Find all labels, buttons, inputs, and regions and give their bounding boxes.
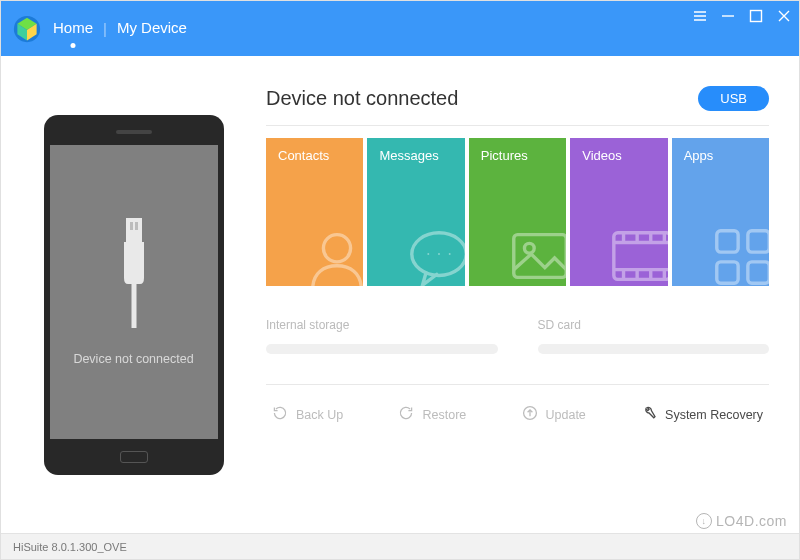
storage-sd-bar <box>538 344 770 354</box>
tile-apps[interactable]: Apps <box>672 138 769 286</box>
contacts-icon <box>303 223 363 286</box>
tile-contacts[interactable]: Contacts <box>266 138 363 286</box>
pictures-icon <box>506 223 566 286</box>
nav-home[interactable]: Home <box>53 19 93 38</box>
storage-sd-label: SD card <box>538 318 770 332</box>
maximize-button[interactable] <box>749 9 763 23</box>
phone-status-text: Device not connected <box>73 352 193 366</box>
messages-icon <box>405 223 465 286</box>
backup-icon <box>272 405 288 424</box>
backup-button[interactable]: Back Up <box>272 405 343 424</box>
right-pane: Device not connected USB Contacts Messag… <box>266 56 799 533</box>
svg-rect-1 <box>751 11 762 22</box>
update-label: Update <box>546 408 586 422</box>
tile-videos-label: Videos <box>582 148 622 163</box>
app-window: Home | My Device <box>0 0 800 560</box>
tile-apps-label: Apps <box>684 148 714 163</box>
storage-sd: SD card <box>538 318 770 354</box>
category-tiles: Contacts Messages Pictures <box>266 138 769 286</box>
storage-internal-bar <box>266 344 498 354</box>
restore-button[interactable]: Restore <box>398 405 466 424</box>
tile-videos[interactable]: Videos <box>570 138 667 286</box>
svg-rect-5 <box>131 284 136 328</box>
phone-speaker <box>116 130 152 134</box>
main-body: Device not connected Device not connecte… <box>1 56 799 533</box>
svg-rect-16 <box>717 262 738 283</box>
app-logo-icon <box>13 15 41 43</box>
tile-messages[interactable]: Messages <box>367 138 464 286</box>
restore-icon <box>398 405 414 424</box>
storage-internal-label: Internal storage <box>266 318 498 332</box>
status-version: HiSuite 8.0.1.300_OVE <box>13 541 127 553</box>
window-controls <box>693 9 791 23</box>
svg-rect-17 <box>748 262 769 283</box>
apps-icon <box>709 223 769 286</box>
nav-active-indicator <box>71 43 76 48</box>
svg-rect-4 <box>135 222 138 230</box>
tile-pictures[interactable]: Pictures <box>469 138 566 286</box>
nav: Home | My Device <box>53 19 187 38</box>
heading-row: Device not connected USB <box>266 86 769 111</box>
svg-point-10 <box>449 253 451 255</box>
phone-screen: Device not connected <box>50 145 218 439</box>
svg-point-6 <box>324 235 351 262</box>
svg-rect-11 <box>514 235 566 278</box>
watermark-icon: ↓ <box>696 513 712 529</box>
status-bar: HiSuite 8.0.1.300_OVE <box>1 533 799 559</box>
nav-separator: | <box>103 20 107 37</box>
update-button[interactable]: Update <box>522 405 586 424</box>
phone-home-button <box>120 451 148 463</box>
backup-label: Back Up <box>296 408 343 422</box>
videos-icon <box>608 223 668 286</box>
watermark: ↓ LO4D.com <box>696 513 787 529</box>
tile-contacts-label: Contacts <box>278 148 329 163</box>
nav-my-device[interactable]: My Device <box>117 19 187 38</box>
titlebar: Home | My Device <box>1 1 799 56</box>
divider <box>266 125 769 126</box>
nav-home-label: Home <box>53 19 93 36</box>
svg-point-12 <box>525 243 535 253</box>
page-title: Device not connected <box>266 87 458 110</box>
bottom-actions: Back Up Restore Update <box>266 385 769 424</box>
svg-point-9 <box>438 253 440 255</box>
svg-rect-14 <box>717 231 738 252</box>
usb-button[interactable]: USB <box>698 86 769 111</box>
menu-button[interactable] <box>693 9 707 23</box>
wrench-icon <box>641 405 657 424</box>
close-button[interactable] <box>777 9 791 23</box>
svg-point-8 <box>427 253 429 255</box>
storage-row: Internal storage SD card <box>266 318 769 354</box>
restore-label: Restore <box>422 408 466 422</box>
phone-mockup: Device not connected <box>44 115 224 475</box>
nav-my-device-label: My Device <box>117 19 187 36</box>
watermark-text: LO4D.com <box>716 513 787 529</box>
minimize-button[interactable] <box>721 9 735 23</box>
update-icon <box>522 405 538 424</box>
svg-rect-2 <box>126 218 142 242</box>
svg-rect-15 <box>748 231 769 252</box>
usb-cable-icon <box>112 218 156 332</box>
tile-messages-label: Messages <box>379 148 438 163</box>
storage-internal: Internal storage <box>266 318 498 354</box>
left-pane: Device not connected <box>1 56 266 533</box>
tile-pictures-label: Pictures <box>481 148 528 163</box>
svg-rect-3 <box>130 222 133 230</box>
usb-button-label: USB <box>720 91 747 106</box>
system-recovery-label: System Recovery <box>665 408 763 422</box>
system-recovery-button[interactable]: System Recovery <box>641 405 763 424</box>
